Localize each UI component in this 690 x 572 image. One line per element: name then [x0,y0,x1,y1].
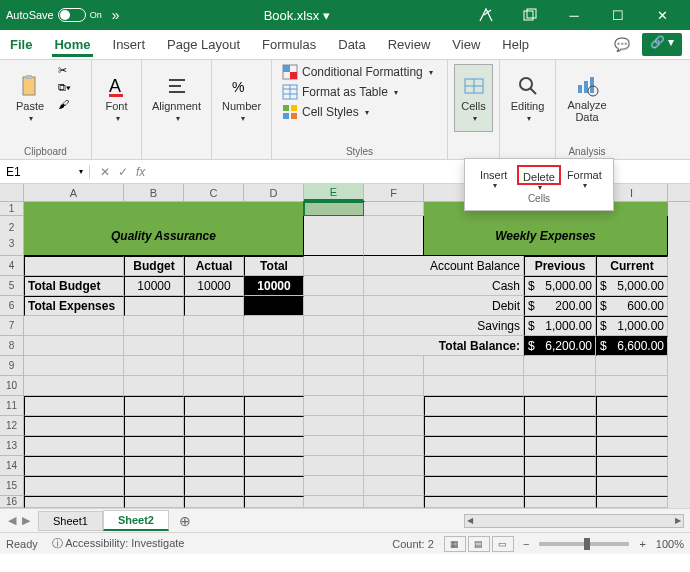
svg-rect-1 [527,9,536,18]
grid-row: 8 Total Balance: $6,200.00 $6,600.00 [0,336,690,356]
svg-rect-3 [26,75,32,79]
status-ready: Ready [6,538,38,550]
format-cells-button[interactable]: Format▾ [562,165,606,185]
grid-row: 23 Quality Assurance Weekly Expenses [0,216,690,256]
col-c[interactable]: C [184,184,244,201]
cells-dropdown-popup: Insert▾ Delete▾ Format▾ Cells [464,158,614,211]
grid-row: 4 Budget Actual Total Account Balance Pr… [0,256,690,276]
cells-button[interactable]: Cells▾ [454,64,493,132]
tab-view[interactable]: View [450,33,482,56]
window-mode-icon[interactable] [508,0,552,30]
zoom-in-button[interactable]: + [639,538,645,550]
add-sheet-button[interactable]: ⊕ [169,513,201,529]
view-normal-icon[interactable]: ▦ [444,536,466,552]
zoom-slider[interactable] [539,542,629,546]
cells-label: Cells [461,100,485,112]
copy-icon[interactable]: ⧉▾ [58,81,71,94]
maximize-icon[interactable]: ☐ [596,0,640,30]
svg-rect-26 [578,85,582,93]
svg-text:A: A [109,76,121,96]
chevron-down-icon: ▾ [29,114,33,123]
cut-icon[interactable]: ✂ [58,64,71,77]
col-f[interactable]: F [364,184,424,201]
sheet-tabs: ◀ ▶ Sheet1 Sheet2 ⊕ [0,508,690,532]
analyze-label: Analyze Data [562,99,612,123]
enter-formula-icon[interactable]: ✓ [118,165,128,179]
grid-row: 16 [0,496,690,508]
ribbon-tabs: File Home Insert Page Layout Formulas Da… [0,30,690,60]
status-count: Count: 2 [392,538,434,550]
number-label: Number [222,100,261,112]
horizontal-scrollbar[interactable] [201,514,690,528]
spreadsheet-grid[interactable]: A B C D E F G H I 1 23 Quality Assurance… [0,184,690,508]
tab-review[interactable]: Review [386,33,433,56]
accessibility-icon: ⓘ [52,537,63,549]
ribbon: Paste ▾ ✂ ⧉▾ 🖌 Clipboard A Font▾ Alignme… [0,60,690,160]
share-button[interactable]: 🔗 ▾ [642,33,682,56]
qa-title[interactable]: Quality Assurance [24,216,304,256]
qat-overflow-icon[interactable]: » [112,7,120,23]
grid-row: 13 [0,436,690,456]
view-pagelayout-icon[interactable]: ▤ [468,536,490,552]
col-e[interactable]: E [304,184,364,201]
alignment-label: Alignment [152,100,201,112]
svg-rect-17 [283,105,289,111]
format-as-table-button[interactable]: Format as Table▾ [282,84,398,100]
insert-cells-button[interactable]: Insert▾ [472,165,516,185]
sheet-nav-prev-icon[interactable]: ◀ [8,514,16,527]
tab-data[interactable]: Data [336,33,367,56]
name-box[interactable]: E1▾ [0,165,90,179]
editing-label: Editing [511,100,545,112]
tab-insert[interactable]: Insert [111,33,148,56]
we-title[interactable]: Weekly Expenses [424,216,668,256]
comments-icon[interactable]: 💬 [612,33,632,56]
paste-button[interactable]: Paste ▾ [6,64,54,132]
svg-rect-5 [109,94,123,97]
group-analysis-label: Analysis [562,144,612,157]
status-bar: Ready ⓘ Accessibility: Investigate Count… [0,532,690,554]
fx-icon[interactable]: fx [136,165,145,179]
grid-row: 9 [0,356,690,376]
accessibility-button[interactable]: ⓘ Accessibility: Investigate [52,536,185,551]
font-button[interactable]: A Font▾ [98,64,135,132]
tab-pagelayout[interactable]: Page Layout [165,33,242,56]
grid-row: 15 [0,476,690,496]
select-all-corner[interactable] [0,184,24,201]
col-a[interactable]: A [24,184,124,201]
svg-rect-2 [23,77,35,95]
cell-styles-button[interactable]: Cell Styles▾ [282,104,369,120]
titlebar: AutoSave On » Book.xlsx ▾ ─ ☐ ✕ [0,0,690,30]
view-pagebreak-icon[interactable]: ▭ [492,536,514,552]
editing-button[interactable]: Editing▾ [506,64,549,132]
conditional-formatting-button[interactable]: Conditional Formatting▾ [282,64,433,80]
tab-file[interactable]: File [8,33,34,56]
sheet-nav-next-icon[interactable]: ▶ [22,514,30,527]
col-b[interactable]: B [124,184,184,201]
alignment-button[interactable]: Alignment▾ [148,64,205,132]
tab-home[interactable]: Home [52,33,92,57]
font-label: Font [105,100,127,112]
close-icon[interactable]: ✕ [640,0,684,30]
format-painter-icon[interactable]: 🖌 [58,98,71,110]
analyze-data-button[interactable]: Analyze Data [562,64,612,132]
number-button[interactable]: % Number▾ [218,64,265,132]
zoom-level[interactable]: 100% [656,538,684,550]
col-d[interactable]: D [244,184,304,201]
cells-popup-label: Cells [471,193,607,204]
cancel-formula-icon[interactable]: ✕ [100,165,110,179]
group-clipboard-label: Clipboard [6,144,85,157]
document-name[interactable]: Book.xlsx ▾ [130,8,464,23]
sheet-tab-1[interactable]: Sheet1 [38,511,103,531]
sheet-tab-2[interactable]: Sheet2 [103,510,169,531]
delete-cells-button[interactable]: Delete▾ [517,165,561,185]
tab-formulas[interactable]: Formulas [260,33,318,56]
minimize-icon[interactable]: ─ [552,0,596,30]
grid-row: 5 Total Budget 10000 10000 10000 Cash $5… [0,276,690,296]
zoom-out-button[interactable]: − [523,538,529,550]
group-styles-label: Styles [278,144,441,157]
svg-rect-20 [291,113,297,119]
ribbon-options-icon[interactable] [464,0,508,30]
grid-row: 6 Total Expenses Debit $200.00 $600.00 [0,296,690,316]
tab-help[interactable]: Help [500,33,531,56]
autosave-toggle[interactable]: AutoSave On [6,8,102,22]
